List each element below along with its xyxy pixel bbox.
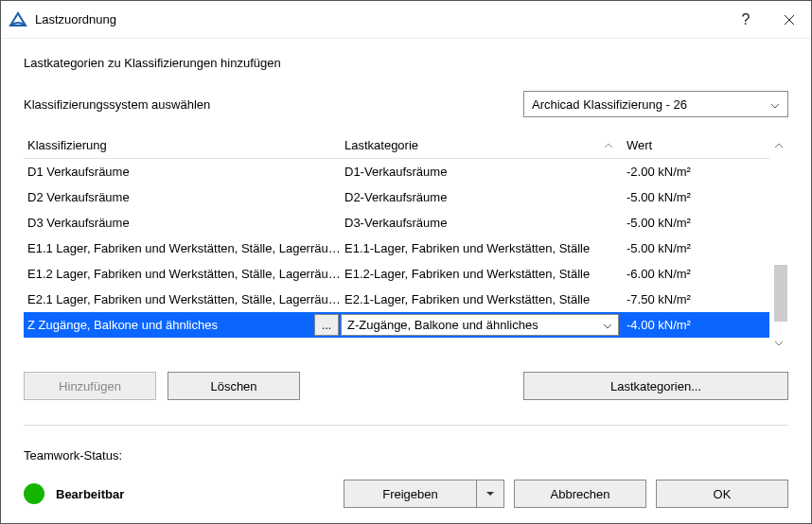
chevron-down-icon [603, 318, 612, 332]
delete-button[interactable]: Löschen [168, 372, 300, 400]
table-row[interactable]: D2 Verkaufsräume D2-Verkaufsräume -5.00 … [24, 184, 769, 210]
table-row[interactable]: E1.2 Lager, Fabriken und Werkstätten, St… [24, 261, 769, 287]
table-row[interactable]: D1 Verkaufsräume D1-Verkaufsräume -2.00 … [24, 159, 769, 184]
action-buttons: Hinzufügen Löschen Lastkategorien... [24, 372, 788, 400]
classification-row: Klassifizierungssystem auswählen Archica… [24, 91, 788, 117]
release-split-button: Freigeben [344, 480, 504, 508]
window-title: Lastzuordnung [35, 12, 724, 26]
scroll-up-icon[interactable] [769, 136, 788, 155]
loadcategories-button[interactable]: Lastkategorien... [523, 372, 788, 400]
classification-select[interactable]: Archicad Klassifizierung - 26 [523, 91, 788, 117]
table-body: D1 Verkaufsräume D1-Verkaufsräume -2.00 … [24, 159, 769, 338]
table-area: Klassifizierung Lastkategorie Wert D1 Ve… [24, 132, 788, 357]
th-klass[interactable]: Klassifizierung [24, 132, 341, 158]
table-header: Klassifizierung Lastkategorie Wert [24, 132, 769, 159]
table-row[interactable]: D3 Verkaufsräume D3-Verkaufsräume -5.00 … [24, 210, 769, 236]
scroll-down-icon[interactable] [769, 334, 788, 353]
ok-button[interactable]: OK [656, 480, 788, 508]
teamwork-label: Teamwork-Status: [24, 448, 788, 463]
table-row-selected[interactable]: Z Zugänge, Balkone und ähnliches ... Z-Z… [24, 312, 769, 338]
app-icon [9, 10, 27, 29]
chevron-down-icon [770, 97, 780, 112]
help-button[interactable]: ? [724, 1, 768, 39]
footer: Teamwork-Status: Bearbeitbar Freigeben A… [1, 437, 811, 523]
close-icon [784, 14, 795, 26]
dialog-lastzuordnung: Lastzuordnung ? Lastkategorien zu Klassi… [0, 0, 812, 524]
heading-text: Lastkategorien zu Klassifizierungen hinz… [24, 56, 788, 70]
browse-classification-button[interactable]: ... [314, 314, 339, 336]
teamwork-status: Bearbeitbar [56, 487, 124, 501]
footer-row: Bearbeitbar Freigeben Abbrechen OK [24, 480, 788, 508]
table-row[interactable]: E2.1 Lager, Fabriken und Werkstätten, St… [24, 287, 769, 312]
loadcategory-select[interactable]: Z-Zugänge, Balkone und ähnliches [341, 314, 619, 336]
sort-asc-icon [604, 143, 613, 148]
assignments-table: Klassifizierung Lastkategorie Wert D1 Ve… [24, 132, 769, 357]
scroll-thumb[interactable] [774, 265, 787, 322]
close-button[interactable] [768, 1, 811, 39]
content: Lastkategorien zu Klassifizierungen hinz… [1, 39, 811, 437]
status-dot-icon [24, 483, 44, 504]
classification-label: Klassifizierungssystem auswählen [24, 97, 523, 112]
separator [24, 425, 788, 426]
release-dropdown[interactable] [476, 480, 504, 508]
th-wert[interactable]: Wert [623, 132, 769, 158]
classification-select-value: Archicad Klassifizierung - 26 [532, 97, 687, 112]
table-scrollbar[interactable] [769, 132, 788, 357]
release-button[interactable]: Freigeben [344, 480, 476, 508]
add-button: Hinzufügen [24, 372, 156, 400]
titlebar: Lastzuordnung ? [1, 1, 811, 39]
cancel-button[interactable]: Abbrechen [514, 480, 646, 508]
caret-down-icon [485, 491, 495, 497]
th-kat[interactable]: Lastkategorie [341, 132, 623, 158]
table-row[interactable]: E1.1 Lager, Fabriken und Werkstätten, St… [24, 236, 769, 261]
